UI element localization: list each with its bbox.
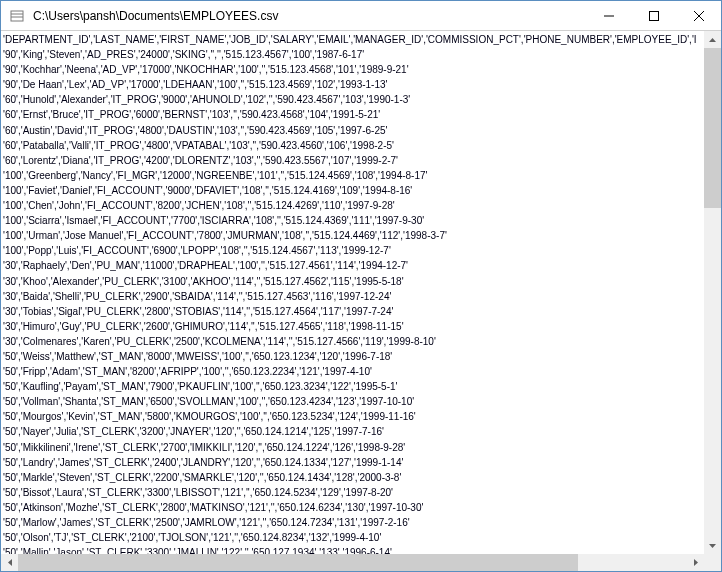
text-line: '60','Ernst','Bruce','IT_PROG','6000','B… [3,107,702,122]
text-line: '60','Pataballa','Valli','IT_PROG','4800… [3,138,702,153]
svg-rect-4 [649,11,658,20]
text-line: '100','Urman','Jose Manuel','FI_ACCOUNT'… [3,228,702,243]
text-line: '90','King','Steven','AD_PRES','24000','… [3,47,702,62]
text-line: '60','Lorentz','Diana','IT_PROG','4200',… [3,153,702,168]
text-line: '100','Chen','John','FI_ACCOUNT','8200',… [3,198,702,213]
vertical-scrollbar[interactable] [704,31,721,554]
text-line: '50','Fripp','Adam','ST_MAN','8200','AFR… [3,364,702,379]
svg-marker-8 [709,544,716,548]
horizontal-scroll-track[interactable] [18,554,687,571]
text-line: '100','Sciarra','Ismael','FI_ACCOUNT','7… [3,213,702,228]
text-line: '100','Faviet','Daniel','FI_ACCOUNT','90… [3,183,702,198]
text-line: '30','Raphaely','Den','PU_MAN','11000','… [3,258,702,273]
text-line: '50','Mallin','Jason','ST_CLERK','3300',… [3,545,702,554]
vertical-scroll-thumb[interactable] [704,48,721,208]
text-line: '50','Vollman','Shanta','ST_MAN','6500',… [3,394,702,409]
minimize-button[interactable] [586,1,631,30]
horizontal-scrollbar[interactable] [1,554,704,571]
text-line: '50','Mikkilineni','Irene','ST_CLERK','2… [3,440,702,455]
text-line: '90','De Haan','Lex','AD_VP','17000','LD… [3,77,702,92]
text-line: '100','Popp','Luis','FI_ACCOUNT','6900',… [3,243,702,258]
text-line: '60','Hunold','Alexander','IT_PROG','900… [3,92,702,107]
text-line: '50','Nayer','Julia','ST_CLERK','3200','… [3,424,702,439]
text-line: '60','Austin','David','IT_PROG','4800','… [3,123,702,138]
text-line: '50','Olson','TJ','ST_CLERK','2100','TJO… [3,530,702,545]
text-line: '50','Weiss','Matthew','ST_MAN','8000','… [3,349,702,364]
text-line: '30','Tobias','Sigal','PU_CLERK','2800',… [3,304,702,319]
scroll-down-button[interactable] [704,537,721,554]
titlebar: C:\Users\pansh\Documents\EMPLOYEES.csv [1,1,721,31]
close-button[interactable] [676,1,721,30]
content-area: 'DEPARTMENT_ID','LAST_NAME','FIRST_NAME'… [1,31,721,571]
text-line: '50','Marlow','James','ST_CLERK','2500',… [3,515,702,530]
text-line: 'DEPARTMENT_ID','LAST_NAME','FIRST_NAME'… [3,32,702,47]
text-line: '50','Atkinson','Mozhe','ST_CLERK','2800… [3,500,702,515]
svg-marker-10 [694,559,698,566]
text-line: '30','Himuro','Guy','PU_CLERK','2600','G… [3,319,702,334]
scrollbar-corner [704,554,721,571]
maximize-button[interactable] [631,1,676,30]
text-line: '30','Colmenares','Karen','PU_CLERK','25… [3,334,702,349]
text-content[interactable]: 'DEPARTMENT_ID','LAST_NAME','FIRST_NAME'… [1,31,704,554]
scroll-up-button[interactable] [704,31,721,48]
window-controls [586,1,721,30]
text-line: '30','Khoo','Alexander','PU_CLERK','3100… [3,274,702,289]
vertical-scroll-track[interactable] [704,48,721,537]
app-icon [9,8,25,24]
window-title: C:\Users\pansh\Documents\EMPLOYEES.csv [33,9,586,23]
scroll-left-button[interactable] [1,554,18,571]
text-line: '50','Bissot','Laura','ST_CLERK','3300',… [3,485,702,500]
text-line: '50','Mourgos','Kevin','ST_MAN','5800','… [3,409,702,424]
text-line: '30','Baida','Shelli','PU_CLERK','2900',… [3,289,702,304]
scroll-right-button[interactable] [687,554,704,571]
svg-rect-0 [11,11,23,21]
text-line: '50','Markle','Steven','ST_CLERK','2200'… [3,470,702,485]
text-line: '90','Kochhar','Neena','AD_VP','17000','… [3,62,702,77]
text-line: '50','Kaufling','Payam','ST_MAN','7900',… [3,379,702,394]
svg-marker-7 [709,38,716,42]
text-line: '100','Greenberg','Nancy','FI_MGR','1200… [3,168,702,183]
text-line: '50','Landry','James','ST_CLERK','2400',… [3,455,702,470]
horizontal-scroll-thumb[interactable] [18,554,578,571]
svg-marker-9 [8,559,12,566]
